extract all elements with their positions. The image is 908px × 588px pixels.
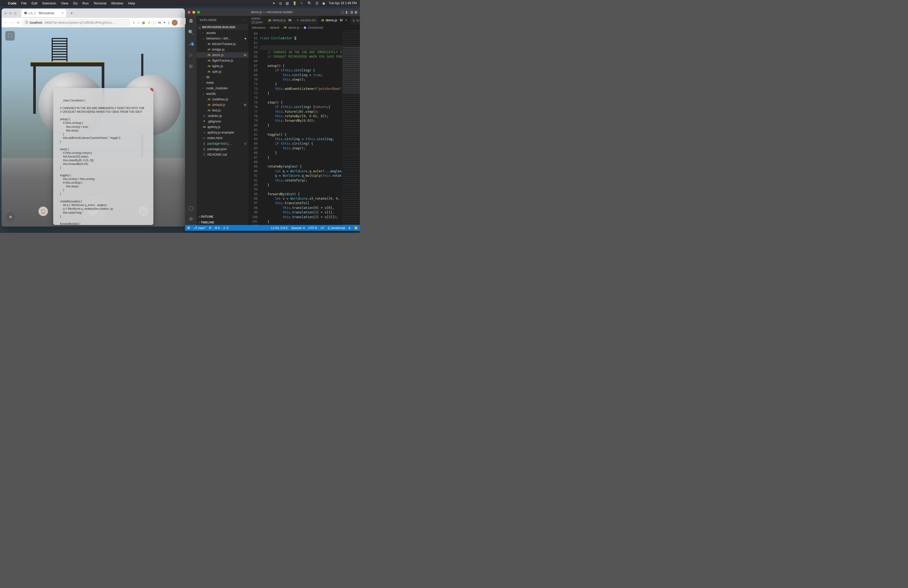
encoding[interactable]: UTF-8 [308, 226, 317, 230]
traffic-minimize-icon[interactable] [9, 12, 12, 15]
activity-account-icon[interactable]: ◯ [188, 205, 193, 212]
folder-row[interactable]: ⌄behaviors / def…● [196, 35, 248, 41]
file-row[interactable]: JSdemo.jsM [196, 52, 248, 58]
traffic-zoom-icon[interactable] [197, 11, 200, 14]
ext-icon[interactable]: m [158, 21, 161, 24]
status-icon[interactable]: ◎ [279, 1, 282, 5]
layout-icon[interactable]: ◧ [345, 10, 348, 14]
siri-icon[interactable]: ◉ [322, 1, 325, 5]
file-row[interactable]: {}package-lock.j…U [196, 141, 248, 146]
status-icon[interactable]: ✦ [272, 1, 275, 5]
project-header[interactable]: ⌄ MICROVERSE-BUILDER [196, 24, 248, 30]
file-row[interactable]: ⓘREADME.md [196, 152, 248, 157]
notifications-icon[interactable]: 🔔 [354, 226, 358, 230]
menubar-app-name[interactable]: Code [8, 1, 17, 5]
ext-icon[interactable]: ▦ [142, 21, 145, 24]
activity-run-debug-icon[interactable]: ▷ [185, 51, 196, 58]
ext-icon[interactable]: ⬚ [153, 21, 156, 24]
tab-close-icon[interactable]: × [345, 18, 347, 22]
floating-code-card[interactable]: class CircleActor { // CHANGES IN THE ID… [53, 88, 153, 225]
page-viewport[interactable]: ⛶ ≡ 🏠 👥 class CircleActor { // CHANGES I… [2, 27, 185, 227]
folder-row[interactable]: ›assets [196, 30, 248, 35]
file-row[interactable]: JSbitcoinTracker.js [196, 41, 248, 47]
profile-avatar-icon[interactable] [172, 20, 178, 26]
bookmark-icon[interactable]: ☆ [137, 21, 140, 24]
file-row[interactable]: ◎.eslintrc.js [196, 113, 248, 119]
file-row[interactable]: JSdefault.jsM [196, 102, 248, 108]
file-row[interactable]: JScodefrau.js [196, 96, 248, 102]
nav-reload-icon[interactable]: ⟳ [16, 21, 20, 24]
traffic-close-icon[interactable] [4, 12, 7, 15]
file-row[interactable]: {}package.json [196, 146, 248, 152]
activity-search-icon[interactable]: 🔍 [185, 29, 196, 35]
activity-extensions-icon[interactable]: ⊞ [185, 63, 196, 69]
new-tab-button[interactable]: + [68, 10, 75, 17]
editor-tab[interactable]: {}sc [350, 16, 360, 25]
address-bar[interactable]: ⓘ localhost:9684/?q=vttclnxv2p#pw=q7LB8G… [22, 19, 130, 26]
editor-tab[interactable]: scene (1).json [249, 16, 265, 25]
menu-window[interactable]: Window [111, 1, 123, 5]
control-center-icon[interactable]: ☰ [316, 1, 319, 5]
window-traffic-lights[interactable] [4, 12, 17, 15]
extensions-icon[interactable]: ✦ [163, 21, 166, 24]
layout-icon[interactable]: ▣ [354, 10, 357, 14]
traffic-minimize-icon[interactable] [192, 11, 195, 14]
nav-back-icon[interactable]: ← [4, 21, 8, 24]
file-row[interactable]: <>index.html [196, 135, 248, 141]
sidebar-more-icon[interactable]: ⋯ [242, 18, 246, 22]
git-branch[interactable]: ⎇ main* [193, 226, 206, 230]
editor-tab[interactable]: JSdemo.jsM× [318, 16, 350, 25]
outline-section[interactable]: ›OUTLINE [196, 214, 248, 219]
file-row[interactable]: JSapiKey.js [196, 124, 248, 130]
menu-selection[interactable]: Selection [42, 1, 56, 5]
editor-tab[interactable]: JSdefault.jsM [265, 16, 294, 25]
folder-row[interactable]: ›lib [196, 74, 248, 80]
file-row[interactable]: ❖.gitignore [196, 119, 248, 124]
activity-explorer-icon[interactable]: 🗎 [185, 18, 196, 24]
battery-icon[interactable]: 🔋 [293, 1, 297, 5]
reader-icon[interactable]: ▯ [168, 21, 170, 24]
site-info-icon[interactable]: ⓘ [25, 20, 28, 25]
editor-tab[interactable]: ≡version.txt [294, 16, 318, 25]
problems-errors[interactable]: ⊘ 0 [215, 226, 220, 230]
remote-indicator-icon[interactable]: ⌘ [187, 226, 190, 230]
menu-view[interactable]: View [61, 1, 68, 5]
ext-icon[interactable]: ⚡ [147, 21, 151, 24]
share-icon[interactable]: ⇪ [132, 21, 135, 24]
menubar-clock[interactable]: Tue Apr 19 1:49 PM [329, 1, 357, 5]
sphere-handle-icon[interactable] [150, 88, 153, 92]
activity-settings-icon[interactable]: ⚙ [188, 216, 193, 222]
file-row[interactable]: JStest.js [196, 108, 248, 113]
fullscreen-button[interactable]: ⛶ [5, 31, 15, 40]
nav-forward-icon[interactable]: → [10, 21, 14, 24]
activity-source-control-icon[interactable]: ⎇ [185, 40, 196, 47]
code-content[interactable]: class CircleActor { // CHANGES IN THE ID… [260, 31, 342, 225]
problems-warnings[interactable]: ⚠ 0 [223, 226, 229, 230]
folder-row[interactable]: ⌄worlds [196, 91, 248, 96]
file-row[interactable]: JSflightTracker.js [196, 58, 248, 63]
home-button[interactable]: 🏠 [39, 207, 48, 216]
kebab-menu-icon[interactable]: ⋮ [180, 21, 183, 24]
traffic-zoom-icon[interactable] [14, 12, 17, 15]
minimap[interactable] [342, 31, 360, 225]
traffic-close-icon[interactable] [188, 11, 190, 14]
file-row[interactable]: JSlights.js [196, 63, 248, 69]
file-row[interactable]: JSspin.js [196, 69, 248, 74]
spotlight-icon[interactable]: 🔍 [307, 1, 312, 5]
cursor-position[interactable]: Ln 63, Col 5 [271, 226, 288, 230]
layout-icon[interactable]: ▢ [341, 10, 344, 14]
menu-file[interactable]: File [21, 1, 27, 5]
sync-icon[interactable]: ⟳ [209, 226, 212, 230]
folder-row[interactable]: ›meta [196, 80, 248, 85]
feedback-icon[interactable]: ⌀ [349, 226, 351, 230]
menu-run[interactable]: Run [82, 1, 89, 5]
menu-go[interactable]: Go [73, 1, 77, 5]
menu-terminal[interactable]: Terminal [93, 1, 106, 5]
timeline-section[interactable]: ›TIMELINE [196, 219, 248, 225]
world-menu-button[interactable]: ≡ [6, 212, 15, 222]
breadcrumb[interactable]: behaviors› default› JSdemo.js› ⬢CircleAc… [249, 25, 360, 31]
eol[interactable]: LF [321, 226, 324, 230]
code-editor[interactable]: 60 61 62 63 64 65 66 67 68 69 70 71 72 7… [249, 31, 360, 225]
tab-close-icon[interactable]: × [62, 11, 63, 15]
folder-row[interactable]: ›node_modules [196, 85, 248, 91]
